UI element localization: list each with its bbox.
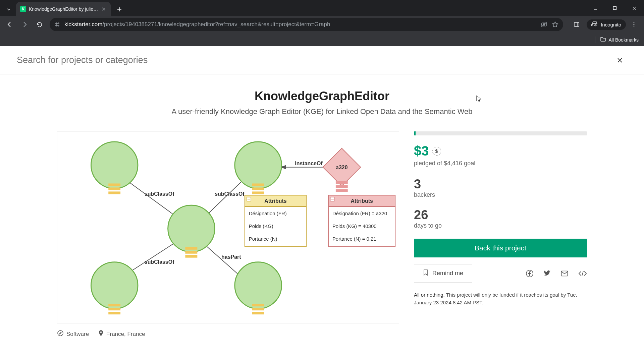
- tracking-protection-icon[interactable]: [540, 21, 548, 28]
- svg-rect-30: [185, 255, 197, 258]
- search-input[interactable]: [17, 55, 627, 65]
- svg-rect-36: [252, 312, 264, 314]
- svg-text:Désignation (FR) = a320: Désignation (FR) = a320: [332, 210, 387, 216]
- incognito-icon: [591, 21, 598, 28]
- svg-point-59: [58, 330, 63, 336]
- browser-menu-icon[interactable]: [627, 18, 641, 31]
- site-info-icon[interactable]: [54, 21, 60, 27]
- svg-point-19: [168, 205, 215, 252]
- content-columns: subClassOf subClassOf subClassOf hasPart…: [0, 123, 644, 338]
- svg-text:Poids (KG) = 40300: Poids (KG) = 40300: [332, 223, 377, 229]
- all-bookmarks-label: All Bookmarks: [609, 37, 639, 43]
- pledged-goal-text: pledged of $4,416 goal: [414, 160, 587, 167]
- svg-rect-44: [336, 189, 348, 192]
- funding-note: All or nothing. This project will only b…: [414, 291, 587, 306]
- svg-rect-26: [252, 187, 264, 190]
- url-bar[interactable]: kickstarter.com/projects/1940385271/know…: [50, 18, 563, 31]
- backers-count: 3: [414, 177, 587, 191]
- svg-text:Attributs: Attributs: [351, 198, 373, 204]
- project-title: KnowledgeGraphEditor: [0, 89, 644, 103]
- window-controls: [586, 0, 644, 16]
- forward-button[interactable]: [18, 18, 31, 31]
- bookmark-star-icon[interactable]: [552, 21, 558, 28]
- window-maximize-icon[interactable]: [605, 1, 625, 15]
- svg-text:Portance (N) = 0.21: Portance (N) = 0.21: [332, 236, 376, 242]
- svg-rect-3: [574, 22, 579, 26]
- side-panel-icon[interactable]: [570, 18, 583, 31]
- svg-point-60: [100, 331, 102, 333]
- svg-point-21: [235, 262, 282, 309]
- media-column: subClassOf subClassOf subClassOf hasPart…: [57, 131, 399, 338]
- all-bookmarks-button[interactable]: All Bookmarks: [600, 37, 639, 43]
- svg-text:Portance (N): Portance (N): [249, 236, 277, 242]
- svg-rect-28: [185, 247, 197, 250]
- svg-text:Désignation (FR): Désignation (FR): [249, 210, 287, 216]
- new-tab-button[interactable]: [114, 4, 125, 15]
- category-label: Software: [66, 331, 89, 338]
- email-share-icon[interactable]: [561, 270, 568, 277]
- browser-toolbar: kickstarter.com/projects/1940385271/know…: [0, 16, 644, 33]
- svg-rect-35: [252, 308, 264, 310]
- stats-column: $3 $ pledged of $4,416 goal 3 backers 26…: [414, 131, 587, 338]
- svg-rect-24: [108, 191, 120, 194]
- back-button[interactable]: [3, 18, 16, 31]
- bookmark-icon: [423, 269, 428, 278]
- svg-text:subClassOf: subClassOf: [145, 259, 174, 265]
- all-or-nothing-link[interactable]: All or nothing.: [414, 292, 445, 298]
- search-banner: [0, 46, 644, 74]
- svg-point-18: [235, 142, 282, 189]
- location-pin-icon: [98, 330, 104, 338]
- remind-me-button[interactable]: Remind me: [414, 264, 472, 283]
- svg-rect-22: [108, 183, 120, 186]
- remind-label: Remind me: [432, 270, 463, 277]
- currency-converter-icon[interactable]: $: [432, 147, 441, 156]
- window-minimize-icon[interactable]: [586, 1, 605, 15]
- svg-rect-31: [108, 304, 120, 306]
- compass-icon: [57, 330, 64, 338]
- browser-tab-active[interactable]: K KnowledgeGraphEditor by julie…: [16, 2, 111, 16]
- svg-text:subClassOf: subClassOf: [215, 191, 245, 197]
- browser-chrome: K KnowledgeGraphEditor by julie… kicksta…: [0, 0, 644, 46]
- svg-rect-25: [252, 183, 264, 186]
- svg-rect-32: [108, 308, 120, 310]
- pledged-amount: $3: [414, 143, 429, 159]
- svg-text:Poids (KG): Poids (KG): [249, 223, 273, 229]
- location-link[interactable]: France, France: [98, 330, 145, 338]
- svg-point-20: [91, 262, 138, 309]
- svg-text:a320: a320: [336, 165, 348, 170]
- bookmarks-bar: All Bookmarks: [0, 33, 644, 46]
- embed-share-icon[interactable]: [578, 270, 587, 277]
- svg-text:hasPart: hasPart: [221, 254, 241, 260]
- days-label: days to go: [414, 222, 587, 229]
- incognito-chip[interactable]: Incognito: [587, 19, 626, 30]
- svg-point-6: [634, 26, 635, 27]
- window-close-icon[interactable]: [625, 1, 644, 15]
- backers-label: backers: [414, 191, 587, 198]
- project-meta-row: Software France, France: [57, 330, 399, 338]
- project-image: subClassOf subClassOf subClassOf hasPart…: [57, 131, 399, 324]
- page-viewport[interactable]: KnowledgeGraphEditor A user-friendly Kno…: [0, 46, 644, 362]
- svg-rect-27: [252, 191, 264, 194]
- svg-point-4: [634, 22, 635, 23]
- back-project-button[interactable]: Back this project: [414, 239, 587, 257]
- bookmarks-separator: [595, 37, 595, 43]
- toolbar-right-icons: Incognito: [570, 18, 641, 31]
- search-close-icon[interactable]: [614, 55, 625, 66]
- incognito-label: Incognito: [601, 22, 621, 27]
- location-label: France, France: [106, 331, 145, 338]
- progress-fill: [414, 131, 416, 135]
- days-count: 26: [414, 208, 587, 222]
- share-icons: [526, 270, 587, 277]
- svg-point-17: [91, 142, 138, 189]
- reload-button[interactable]: [33, 18, 46, 31]
- svg-point-5: [634, 24, 635, 25]
- twitter-share-icon[interactable]: [543, 270, 551, 277]
- tab-close-icon[interactable]: [101, 6, 107, 12]
- category-link[interactable]: Software: [57, 330, 89, 338]
- facebook-share-icon[interactable]: [526, 270, 533, 277]
- svg-text:Attributs: Attributs: [264, 198, 287, 204]
- svg-text:subClassOf: subClassOf: [145, 191, 174, 197]
- tab-search-button[interactable]: [3, 3, 15, 15]
- svg-rect-34: [252, 304, 264, 306]
- svg-rect-43: [336, 185, 348, 188]
